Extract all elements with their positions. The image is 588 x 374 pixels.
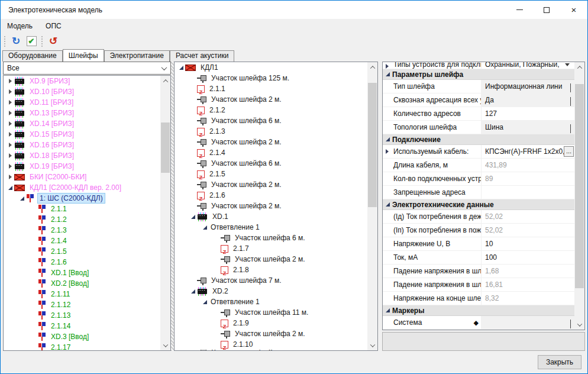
tree-item[interactable]: XD.10 [БРИЗ] — [4, 86, 160, 97]
menu-item-модель[interactable]: Модель — [1, 20, 39, 33]
tree-item[interactable]: 2.1.13 — [4, 310, 160, 321]
tab-расчет акустики[interactable]: Расчет акустики — [170, 50, 235, 62]
property-section-header[interactable]: Параметры шлейфа — [383, 69, 574, 80]
property-row[interactable]: Количество адресов127 — [383, 107, 574, 121]
tree-item[interactable]: 2.1.6 — [175, 190, 367, 201]
tree-item[interactable]: 2.1.8 — [175, 265, 367, 275]
filter-select[interactable]: Все — [3, 62, 171, 75]
tree-item[interactable]: 2.1.1 — [175, 83, 367, 94]
property-value-dropdown[interactable]: Информационная лини — [481, 80, 574, 93]
tree-item[interactable]: 2.1.5 — [175, 169, 367, 179]
tree-item[interactable]: БКИ [С2000-БКИ] — [4, 172, 160, 182]
property-grid-scrollbar[interactable] — [574, 62, 584, 330]
tree-item[interactable]: XD.19 [БРИЗ] — [4, 161, 160, 172]
property-value[interactable]: 431,89 — [481, 159, 574, 172]
minimize-button[interactable] — [506, 1, 533, 19]
tree-item[interactable]: Участок шлейфа 6 м. — [175, 233, 367, 243]
tree-item[interactable]: XD.13 [БРИЗ] — [4, 108, 160, 118]
tree-item[interactable]: 2.1.17 — [4, 342, 160, 350]
property-row[interactable]: Падение напряжения в шле...16,81 — [383, 278, 574, 292]
chevron-down-icon[interactable] — [570, 97, 571, 105]
tree-item[interactable]: XD.18 [БРИЗ] — [4, 150, 160, 161]
property-section-header[interactable]: Электротехнические данные — [383, 199, 574, 210]
tree-item[interactable]: 2.1.12 — [4, 299, 160, 310]
collapse-arrow-icon[interactable] — [7, 186, 14, 190]
expand-arrow-icon[interactable] — [7, 100, 14, 105]
tree-item[interactable]: XD.16 [БРИЗ] — [4, 140, 160, 150]
property-row[interactable]: (Iп) Ток потребления в пож...52,02 — [383, 224, 574, 237]
tab-оборудование[interactable]: Оборудование — [2, 50, 63, 62]
scroll-down-icon[interactable] — [160, 340, 170, 350]
tree-item[interactable]: 2.1.10 — [175, 339, 367, 350]
collapse-arrow-icon[interactable] — [189, 289, 197, 294]
property-row[interactable]: Система◆ — [383, 316, 574, 330]
tree-item[interactable]: 2.1.4 — [175, 147, 367, 158]
expand-arrow-icon[interactable] — [7, 111, 14, 115]
property-value[interactable]: 1,68 — [481, 265, 574, 278]
collapse-arrow-icon[interactable] — [201, 225, 209, 230]
tree-item[interactable]: Участок шлейфа 2 м. — [175, 254, 367, 265]
property-value-dropdown[interactable]: Шина — [481, 121, 574, 134]
tree-item[interactable]: Участок шлейфа 125 м. — [175, 73, 367, 83]
tree-item[interactable]: XD.15 [БРИЗ] — [4, 129, 160, 140]
property-value[interactable] — [481, 186, 574, 199]
property-row[interactable]: Запрещенные адреса — [383, 186, 574, 199]
scrollbar-thumb[interactable] — [368, 83, 377, 207]
refresh-model-button[interactable]: ↻ — [8, 34, 24, 48]
tree-item[interactable]: Участок шлейфа 2 м. — [175, 137, 367, 147]
tree-item[interactable]: 2.1.9 — [175, 318, 367, 328]
ellipsis-button[interactable]: ... — [564, 146, 574, 157]
tree-item[interactable]: Участок шлейфа 2 м. — [175, 94, 367, 105]
property-value-dropdown[interactable]: Да — [481, 94, 574, 107]
tree-item[interactable]: 2.1.3 — [4, 225, 160, 236]
reload-data-button[interactable]: ↻ — [46, 34, 61, 48]
tree-item[interactable]: 1: ШС (С2000-КДЛ) — [4, 193, 160, 204]
property-row[interactable]: Падение напряжения в шле...1,68 — [383, 265, 574, 278]
tree-item[interactable]: Участок шлейфа 11 м. — [175, 307, 367, 318]
collapse-arrow-icon[interactable] — [177, 66, 185, 70]
close-button[interactable]: × — [560, 1, 587, 19]
expand-arrow-icon[interactable] — [383, 64, 391, 69]
expand-arrow-icon[interactable] — [7, 143, 14, 147]
expand-arrow-icon[interactable] — [7, 121, 14, 126]
tree-item[interactable]: Участок шлейфа 2 м. — [175, 201, 367, 211]
collapse-arrow-icon[interactable] — [201, 300, 209, 304]
scrollbar-thumb[interactable] — [161, 122, 170, 173]
menu-item-опс[interactable]: ОПС — [39, 20, 68, 33]
expand-arrow-icon[interactable] — [7, 175, 14, 179]
tree-item[interactable]: Участок шлейфа 2 м. — [175, 179, 367, 190]
property-value[interactable]: 100 — [481, 251, 574, 264]
scroll-up-icon[interactable] — [574, 62, 584, 72]
tree-item[interactable]: 2.1.5 — [4, 246, 160, 257]
devices-tree-scrollbar[interactable] — [160, 76, 170, 350]
tab-электропитание[interactable]: Электропитание — [104, 50, 170, 62]
property-row[interactable]: Топология шлейфаШина — [383, 121, 574, 134]
expand-arrow-icon[interactable] — [383, 145, 391, 158]
chevron-down-icon[interactable] — [570, 320, 571, 328]
tree-item[interactable]: Участок шлейфа 2 м. — [175, 350, 367, 350]
property-row[interactable]: Используемый кабель:КПСЭнг(А)-FRHF 1x2x0… — [383, 145, 574, 159]
property-value[interactable]: 8,32 — [481, 292, 574, 305]
chevron-down-icon[interactable] — [570, 124, 571, 133]
tree-item[interactable]: XD.2 [Ввод] — [4, 278, 160, 289]
property-row[interactable]: Напряжение на конце шлей...8,32 — [383, 292, 574, 305]
dropdown-arrow-icon[interactable] — [565, 63, 570, 66]
expand-arrow-icon[interactable] — [7, 164, 14, 169]
loop-tree-scrollbar[interactable] — [367, 62, 377, 350]
property-row[interactable]: Кол-во подключенных устр...89 — [383, 172, 574, 186]
tree-item[interactable]: XD.1 — [175, 211, 367, 222]
scroll-up-icon[interactable] — [367, 62, 377, 72]
property-section-header[interactable]: Подключение — [383, 134, 574, 145]
expand-arrow-icon[interactable] — [7, 132, 14, 137]
tree-item[interactable]: 2.1.2 — [4, 214, 160, 225]
property-row[interactable]: Ток, мА100 — [383, 251, 574, 265]
tree-item[interactable]: Ответвление 1 — [175, 296, 367, 307]
apply-check-button[interactable]: ✔ — [24, 34, 39, 48]
close-dialog-button[interactable]: Закрыть — [538, 355, 581, 369]
property-row[interactable]: Тип шлейфаИнформационная лини — [383, 80, 574, 94]
tree-item[interactable]: XD.9 [БРИЗ] — [4, 76, 160, 86]
tree-item[interactable]: 2.1.7 — [175, 243, 367, 254]
property-row[interactable]: Типы устройств для подклю...Охранный, По… — [383, 62, 574, 69]
property-value-dropdown[interactable] — [481, 316, 574, 329]
tree-item[interactable]: 2.1.11 — [4, 289, 160, 299]
